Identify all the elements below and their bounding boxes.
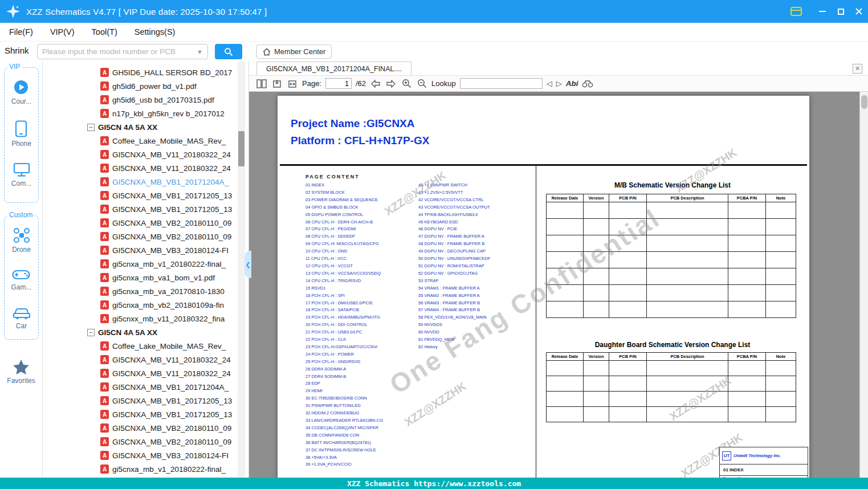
search-button[interactable] bbox=[215, 44, 242, 59]
sidebar-item-computer[interactable]: Com... bbox=[11, 162, 31, 188]
tree-row-label: gi5cnxa_mb_va1_bom_v1.pdf bbox=[112, 274, 215, 282]
tree-row[interactable]: − A GI5CN 4A 5A XX bbox=[43, 120, 248, 134]
tree-row[interactable]: − A GI5CNXA_MB_VB3_20180124-FI bbox=[43, 243, 248, 257]
match-case-icon[interactable]: Abi bbox=[566, 79, 578, 88]
titlebar: XZZ Schematics V4.77 [ VIP Due date: 202… bbox=[0, 0, 868, 23]
sidebar-item-favorites[interactable]: Favorites bbox=[0, 359, 42, 385]
close-tab-button[interactable]: ✕ bbox=[853, 64, 862, 74]
tree-row[interactable]: − A gi5cnxa_mb_v1_20180222-final_ bbox=[43, 462, 248, 476]
maximize-icon bbox=[838, 9, 844, 15]
next-page-icon[interactable] bbox=[385, 78, 397, 89]
tree-row-label: gh5id6_usb bd_20170315.pdf bbox=[112, 96, 214, 104]
tree-row[interactable]: − A GI5CNXA_MB_VB2_20180110_09 bbox=[43, 435, 248, 449]
sidebar-item-car[interactable]: Car bbox=[13, 306, 31, 330]
fit-width-icon[interactable] bbox=[287, 78, 298, 89]
index-entry: 25 PCH CFL-H : GND/RSVD bbox=[305, 358, 383, 366]
tree-row[interactable]: − A n17p_kbl_gh5kn_rev b_2017012 bbox=[43, 107, 248, 120]
tree-row-label: GI5CNXA_MB_VB3_20180124-FI bbox=[112, 451, 229, 460]
zoom-in-icon[interactable] bbox=[401, 78, 412, 89]
tree-row-label: gi5cnxa_mb_vb2_20180109a-fin bbox=[112, 301, 224, 309]
table-header-cell: Note bbox=[766, 194, 796, 202]
menu-item[interactable]: Settings(S) bbox=[135, 27, 176, 36]
tree-row[interactable]: − A gi5cnxa_mb_va_20170810-1830 bbox=[43, 284, 248, 298]
document-tab[interactable]: GI5CNXA_MB_VB1_20171204A_FINAL.... bbox=[256, 62, 411, 75]
toolbar: Shrink ▼ Member Center bbox=[0, 42, 868, 62]
fit-page-icon[interactable] bbox=[271, 78, 283, 89]
sheet-title: 01 INDEX bbox=[720, 464, 808, 476]
pdf-scrollbar-thumb[interactable] bbox=[861, 95, 867, 109]
page-number-input[interactable] bbox=[325, 78, 352, 89]
index-entry: 49 DGPU NV : DECOUPLING CAP bbox=[418, 248, 490, 255]
tree-row-label: GI5CNXA_MB_VB1_20171205_13 bbox=[112, 410, 232, 419]
tree-row[interactable]: − A gi5cnxa_mb_va1_bom_v1.pdf bbox=[43, 271, 248, 284]
pdf-file-icon: A bbox=[100, 341, 109, 351]
tree-row[interactable]: − A GI5CNXA_MB_VB2_20180110_09 bbox=[43, 216, 248, 230]
pdf-file-icon: A bbox=[100, 136, 109, 145]
tree-row[interactable]: − A gh5id6_power bd_v1.pdf bbox=[43, 79, 248, 93]
collapse-minus-icon[interactable]: − bbox=[87, 124, 95, 131]
table-row bbox=[547, 301, 796, 318]
index-entry: 15 RSVD1 bbox=[305, 285, 383, 292]
tree-row[interactable]: − A GI5CNXA_MB_V11_20180322_24 bbox=[43, 148, 248, 161]
lookup-input[interactable] bbox=[460, 78, 543, 89]
binoculars-icon[interactable] bbox=[582, 78, 593, 89]
two-page-layout-icon[interactable] bbox=[256, 78, 267, 89]
pdf-scrollbar[interactable] bbox=[859, 92, 868, 478]
tree-row[interactable]: − A GI5CNXA_MB_VB1_20171205_13 bbox=[43, 189, 248, 202]
pdf-viewport[interactable]: Project Name :GI5CNXA Platform : CFL-H+N… bbox=[249, 92, 868, 478]
search-input[interactable] bbox=[38, 47, 197, 56]
tree-row[interactable]: − A GI5CNXA_MB_VB3_20180124-FI bbox=[43, 449, 248, 462]
tree-row-label: gi5cnxa_mb_v1_20180222-final_ bbox=[112, 260, 226, 268]
index-entry: 01 INDEX bbox=[305, 182, 383, 189]
tree-row[interactable]: − A GI5CNXA_MB_VB1_20171204A_ bbox=[43, 175, 248, 189]
vip-card-icon[interactable] bbox=[787, 0, 805, 23]
maximize-button[interactable] bbox=[832, 0, 850, 23]
sidebar-item-phone[interactable]: Phone bbox=[11, 120, 31, 148]
previous-page-icon[interactable] bbox=[370, 78, 381, 89]
sidebar-item-drone[interactable]: Drone bbox=[12, 227, 31, 254]
tree-row-label: n17p_kbl_gh5kn_rev b_2017012 bbox=[112, 109, 225, 118]
chevron-down-icon[interactable]: ▼ bbox=[197, 48, 207, 55]
tree-row[interactable]: − A GI5CNXA_MB_VB1_20171205_13 bbox=[43, 202, 248, 216]
menu-item[interactable]: VIP(V) bbox=[50, 27, 75, 36]
collapse-minus-icon[interactable]: − bbox=[87, 329, 95, 336]
tree-row[interactable]: − A gi5cnxa_mb_vb2_20180109a-fin bbox=[43, 298, 248, 312]
find-next-icon[interactable]: ▷ bbox=[556, 79, 562, 88]
tree-row[interactable]: − A Coffee_Lake_Mobile_MAS_Rev_ bbox=[43, 339, 248, 353]
tree-row[interactable]: − A GI5CN 4A 5A XX bbox=[43, 325, 248, 339]
drone-icon bbox=[13, 227, 30, 243]
menu-item[interactable]: File(F) bbox=[9, 27, 33, 36]
tree-row[interactable]: − A GI5CNXA_MB_V11_20180322_24 bbox=[43, 353, 248, 366]
pdf-file-icon: A bbox=[100, 177, 109, 186]
minimize-button[interactable] bbox=[813, 0, 832, 23]
tree-row[interactable]: − A Coffee_Lake_Mobile_MAS_Rev_ bbox=[43, 134, 248, 148]
tree-row[interactable]: − A GI5CNXA_MB_V11_20180322_24 bbox=[43, 366, 248, 380]
tree-row-label: GI5CNXA_MB_V11_20180322_24 bbox=[112, 356, 231, 364]
zoom-out-icon[interactable] bbox=[416, 78, 427, 89]
tree-scrollbar-thumb[interactable] bbox=[238, 131, 244, 166]
sidebar-item-game[interactable]: Gam... bbox=[11, 268, 31, 291]
menu-item[interactable]: Tool(T) bbox=[92, 27, 117, 36]
tree-row[interactable]: − A GI5CNXA_MB_VB1_20171205_13 bbox=[43, 394, 248, 408]
tree-row[interactable]: − A gh5id6_usb bd_20170315.pdf bbox=[43, 93, 248, 107]
tree-row[interactable]: − A GI5CNXA_MB_VB1_20171205_13 bbox=[43, 408, 248, 421]
panel-collapse-handle[interactable]: ❮ bbox=[244, 251, 251, 278]
close-button[interactable] bbox=[850, 0, 868, 23]
search-icon bbox=[224, 47, 233, 56]
tree-row[interactable]: − A GI5CNXA_MB_VB2_20180110_09 bbox=[43, 230, 248, 243]
tree-row[interactable]: − A GH5ID6_HALL SERSOR BD_2017 bbox=[43, 66, 248, 79]
tree-row[interactable]: − A GI5CNXA_MB_VB2_20180110_09 bbox=[43, 421, 248, 435]
tree-row[interactable]: − A gi5cnxa_mb_v1_20180222-final_ bbox=[43, 257, 248, 271]
index-entry: 46 DGPU NV : PCIE bbox=[418, 226, 490, 233]
index-entry: 19 PCH CFL-H : HDA/SMBUS/PM/JTG bbox=[305, 314, 383, 321]
tree-row[interactable]: − A gi5cnxx_mb_v11_20180322_fina bbox=[43, 312, 248, 325]
tree-row-label: gh5id6_power bd_v1.pdf bbox=[112, 82, 197, 91]
shrink-button[interactable]: Shrink bbox=[5, 46, 29, 55]
tree-row[interactable]: − A GI5CNXA_MB_VB1_20171204A_ bbox=[43, 380, 248, 394]
find-previous-icon[interactable]: ◁ bbox=[547, 79, 552, 88]
platform-name: Platform : CFL-H+N17P-GX bbox=[291, 135, 429, 147]
sidebar-item-course[interactable]: Cour... bbox=[11, 79, 31, 105]
table-header-cell: PCB P/N bbox=[609, 353, 647, 360]
member-center-button[interactable]: Member Center bbox=[256, 44, 332, 59]
tree-row[interactable]: − A GI5CNXA_MB_V11_20180322_24 bbox=[43, 161, 248, 175]
